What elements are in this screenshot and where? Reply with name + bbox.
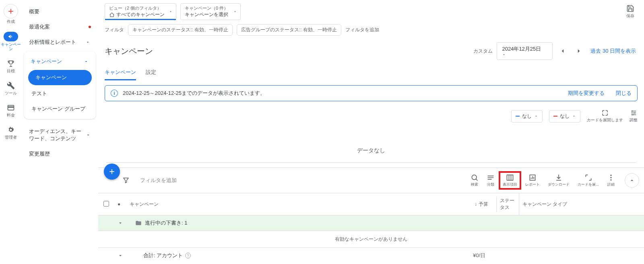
more-button[interactable]: 詳細 <box>603 173 619 188</box>
tab-campaign[interactable]: キャンペーン <box>105 65 136 80</box>
col-status[interactable]: ステータス <box>497 193 519 215</box>
col-budget-label: 予算 <box>479 201 488 207</box>
no-enabled-campaigns: 有効なキャンペーンがありません <box>98 231 644 248</box>
report-button[interactable]: レポート <box>521 173 544 188</box>
total-label: 合計: アカウント <box>143 252 183 259</box>
expand-cards-button[interactable]: カードを展開します <box>587 109 623 123</box>
segment-button[interactable]: 分類 <box>483 173 499 188</box>
svg-point-5 <box>610 179 611 180</box>
svg-point-3 <box>610 175 611 176</box>
date-range-type: カスタム <box>473 48 493 55</box>
plus-icon: + <box>4 4 18 18</box>
filter-label: フィルタ <box>105 27 124 33</box>
draft-row[interactable]: 進行中の下書き: 1 <box>98 215 644 231</box>
sliders-icon <box>630 109 637 117</box>
rail-billing[interactable]: 料金 <box>6 102 15 119</box>
nav-audience[interactable]: オーディエンス、キーワード、コンテンツ <box>24 124 96 146</box>
add-filter-link[interactable]: フィルタを追加 <box>345 27 379 33</box>
filter-chip-adgroup-status[interactable]: 広告グループのステータス:: 有効、一時停止 <box>237 24 341 36</box>
col-campaign[interactable]: キャンペーン <box>126 197 344 212</box>
create-button[interactable]: + 作成 <box>4 2 18 25</box>
date-prev-button[interactable] <box>557 45 569 57</box>
main-content: ビュー（2 個のフィルタ） すべてのキャンペーン キャンペーン（0 件） キャン… <box>98 0 644 264</box>
save-button[interactable]: 保存 <box>626 4 638 19</box>
blue-bar-icon <box>516 116 520 117</box>
columns-button[interactable]: 表示項目 <box>499 171 521 190</box>
page-header: キャンペーン カスタム 2024年12月25日 過去 30 日間を表示 <box>98 40 644 60</box>
view-selector[interactable]: ビュー（2 個のフィルタ） すべてのキャンペーン <box>105 3 176 20</box>
collapse-table-button[interactable] <box>625 173 639 188</box>
chevron-down-icon <box>85 132 91 138</box>
svg-rect-1 <box>507 175 513 180</box>
add-campaign-fab[interactable]: + <box>104 164 120 180</box>
notification-dot-icon <box>89 26 91 28</box>
nav-history[interactable]: 変更履歴 <box>24 146 96 162</box>
col-budget[interactable]: ↓予算 <box>344 197 497 212</box>
table-toolbar: フィルタを追加 検索 分類 表示項目 レポート ダウンロード カードを展... … <box>98 168 644 193</box>
select-all-checkbox[interactable] <box>98 197 114 212</box>
rail-goal-label: 目標 <box>7 69 15 73</box>
nav-test[interactable]: テスト <box>24 86 96 101</box>
info-icon: i <box>111 90 118 97</box>
save-label: 保存 <box>626 13 634 19</box>
nav-optimization[interactable]: 最適化案 <box>24 19 96 35</box>
svg-point-4 <box>610 177 611 178</box>
dropdown-icon <box>534 114 538 118</box>
filter-chip-campaign-status[interactable]: キャンペーンのステータス:: 有効、一時停止 <box>128 24 233 36</box>
page-title: キャンペーン <box>105 46 473 57</box>
chevron-up-icon <box>629 177 635 184</box>
close-notice-link[interactable]: 閉じる <box>616 90 632 97</box>
nav-insights[interactable]: 分析情報とレポート <box>24 35 96 50</box>
last-30-days-link[interactable]: 過去 30 日間を表示 <box>589 47 638 55</box>
gear-icon <box>6 125 15 134</box>
nav-insights-label: 分析情報とレポート <box>29 39 76 46</box>
view-selector-title: ビュー（2 個のフィルタ） <box>109 5 165 11</box>
rail-admin[interactable]: 管理者 <box>5 124 17 141</box>
nav-campaign-active[interactable]: キャンペーン <box>28 70 92 85</box>
trophy-icon <box>6 59 15 68</box>
search-icon <box>471 174 479 182</box>
help-icon[interactable]: ? <box>185 253 191 258</box>
rail-tool[interactable]: ツール <box>5 80 17 97</box>
rail-billing-label: 料金 <box>7 113 15 117</box>
nav-optimization-label: 最適化案 <box>29 23 50 31</box>
campaign-selector[interactable]: キャンペーン（0 件） キャンペーンを選択 <box>180 3 241 20</box>
nav-overview[interactable]: 概要 <box>24 4 96 19</box>
rail-goal[interactable]: 目標 <box>6 57 15 75</box>
metric-selector-2[interactable]: なし <box>549 110 580 123</box>
nav-campaign-group[interactable]: キャンペーン グループ <box>24 101 96 117</box>
nav-campaign-header[interactable]: キャンペーン <box>24 54 96 69</box>
red-bar-icon <box>553 116 557 117</box>
wrench-icon <box>6 81 15 90</box>
tab-settings[interactable]: 設定 <box>146 65 156 80</box>
columns-label: 表示項目 <box>503 182 517 187</box>
download-button[interactable]: ダウンロード <box>544 173 574 188</box>
report-label: レポート <box>525 182 540 187</box>
filter-icon[interactable] <box>122 177 132 184</box>
date-picker[interactable]: 2024年12月25日 <box>497 42 553 60</box>
change-period-link[interactable]: 期間を変更する <box>568 90 605 97</box>
expand-table-label: カードを展... <box>578 182 599 187</box>
col-type[interactable]: キャンペーン タイプ <box>519 197 644 212</box>
save-icon <box>626 4 634 12</box>
rail-campaign[interactable]: キャンペーン <box>0 30 22 53</box>
adjust-button[interactable]: 調整 <box>630 109 638 123</box>
metric-selector-1[interactable]: なし <box>511 110 543 123</box>
date-next-button[interactable] <box>573 45 585 57</box>
rail-campaign-label: キャンペーン <box>0 42 22 51</box>
chevron-down-icon <box>118 220 123 226</box>
rail-admin-label: 管理者 <box>5 135 17 139</box>
adjust-label: 調整 <box>630 117 638 123</box>
svg-point-0 <box>472 175 477 180</box>
dropdown-icon <box>169 10 173 14</box>
expand-table-button[interactable]: カードを展... <box>574 173 603 188</box>
topbar: ビュー（2 個のフィルタ） すべてのキャンペーン キャンペーン（0 件） キャン… <box>98 0 644 20</box>
total-budget-value: ¥0/日 <box>341 252 493 259</box>
search-button[interactable]: 検索 <box>466 173 483 188</box>
metric-1-value: なし <box>522 113 532 120</box>
expand-cards-label: カードを展開します <box>587 117 623 123</box>
report-icon <box>528 174 537 182</box>
divider <box>106 162 636 163</box>
segment-icon <box>487 174 495 182</box>
add-filter-input[interactable]: フィルタを追加 <box>140 177 466 184</box>
